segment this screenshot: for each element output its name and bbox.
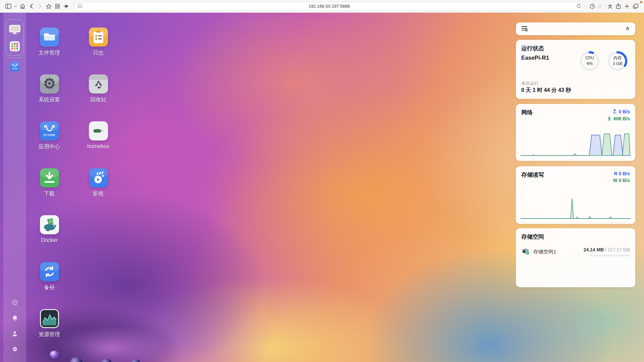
memory-value: 3 GB (613, 61, 623, 67)
app-store-icon: STORE (40, 121, 59, 140)
volume-total: 117.17 GB (608, 247, 630, 252)
dock: STORE (3, 13, 26, 362)
write-rate: W 0 B/s (613, 178, 630, 183)
site-icon (78, 3, 82, 9)
app-label: 备份 (44, 284, 55, 291)
compass-icon[interactable] (12, 300, 18, 305)
upload-icon (612, 109, 617, 114)
app-label: 回收站 (90, 97, 106, 104)
app-label: 系统设置 (39, 97, 60, 104)
text-larger-icon[interactable] (606, 2, 614, 11)
svg-text:STORE: STORE (12, 68, 18, 70)
file-manager-icon (40, 27, 59, 47)
desktop-monitor-icon[interactable] (9, 24, 21, 35)
back-icon[interactable] (27, 2, 36, 11)
desktop-app-homebox[interactable]: homebox (74, 121, 123, 168)
desktop-app-downloads[interactable]: 下载 (25, 168, 74, 215)
dock-divider (7, 58, 22, 58)
desktop-app-logs[interactable]: 日志 (74, 27, 123, 74)
collapse-panel-icon[interactable] (625, 26, 630, 32)
volume-used: 24.14 MB (584, 247, 604, 252)
app-label: 下载 (44, 190, 55, 197)
app-label: 应用中心 (39, 143, 60, 150)
chevron-down-icon[interactable] (13, 2, 18, 11)
dock-store-icon[interactable]: STORE (10, 62, 19, 71)
uptime-value: 0 天 1 时 44 分 43 秒 (521, 87, 571, 94)
app-label: 资源管理 (39, 331, 60, 338)
network-chart (521, 129, 631, 158)
share-icon[interactable] (614, 2, 623, 11)
app-label: Docker (41, 237, 58, 243)
desktop-app-backup[interactable]: 备份 (25, 262, 74, 309)
settings-icon (40, 74, 59, 94)
gear-icon[interactable] (12, 346, 18, 352)
new-tab-icon[interactable] (623, 2, 631, 11)
logs-icon (89, 27, 108, 47)
widget-list-icon[interactable] (521, 25, 528, 33)
download-rate: 606 B/s (613, 116, 630, 121)
diskio-card: 存储读写 R 0 B/s W 0 B/s (516, 166, 635, 224)
recycle-bin-icon (89, 74, 108, 94)
dock-top-group (6, 19, 24, 56)
app-label: 文件管理 (39, 50, 60, 57)
home-icon[interactable] (18, 2, 27, 11)
app-label: 影视 (93, 190, 104, 197)
desktop-app-docker[interactable]: Docker (25, 215, 74, 262)
network-card: 网络 0 B/s (516, 104, 635, 161)
url-text: 192.168.50.197:5666 (75, 4, 584, 9)
diskio-chart (521, 192, 631, 221)
forward-icon[interactable] (36, 2, 44, 11)
volume-usage-bar (589, 255, 630, 256)
sidebar-toggle-icon[interactable] (4, 2, 13, 11)
desktop-app-app-store[interactable]: STORE 应用中心 (25, 121, 74, 168)
recording-indicator (640, 1, 642, 3)
docker-icon (40, 215, 59, 234)
desktop-app-settings[interactable]: 系统设置 (25, 74, 74, 121)
homebox-icon (89, 121, 108, 140)
upload-rate: 0 B/s (619, 109, 630, 114)
browser-toolbar: 192.168.50.197:5666 (0, 0, 644, 13)
reload-icon[interactable] (577, 3, 581, 9)
favorites-star-icon[interactable] (44, 2, 53, 11)
svg-text:STORE: STORE (43, 133, 55, 137)
toolbar-divider (605, 4, 605, 9)
resource-monitor-icon (40, 309, 59, 328)
cpu-label: CPU (585, 55, 594, 61)
app-label: homebox (87, 143, 109, 149)
desktop: STORE (0, 13, 644, 362)
storage-card: 存储空间 存储空间1 24.14 MB / 11 (516, 228, 635, 287)
read-rate: R 0 B/s (614, 171, 630, 176)
app-label: 日志 (93, 50, 104, 57)
widget-panel-header (516, 22, 635, 35)
cpu-gauge: CPU 6% (579, 51, 600, 71)
desktop-grid: 文件管理 系统设置 STORE 应用中心 下载 Docker 备份 资源管理 日… (25, 27, 123, 356)
volume-separator: / (605, 247, 606, 252)
storage-title: 存储空间 (521, 233, 630, 241)
memory-label: 内存 (613, 55, 622, 61)
storage-volume-row[interactable]: 存储空间1 24.14 MB / 117.17 GB (521, 247, 630, 257)
text-smaller-icon[interactable] (597, 2, 603, 11)
desktop-app-resource-monitor[interactable]: 资源管理 (25, 309, 74, 356)
memory-gauge: 内存 3 GB (607, 51, 628, 71)
history-clock-icon[interactable] (588, 2, 597, 11)
volume-name: 存储空间1 (533, 249, 556, 255)
downloads-icon (40, 168, 59, 187)
desktop-app-recycle-bin[interactable]: 回收站 (74, 74, 123, 121)
volume-disk-icon (521, 247, 530, 257)
diskio-title: 存储读写 (521, 171, 544, 179)
tabs-overview-icon[interactable] (631, 2, 640, 11)
bell-icon[interactable] (12, 315, 18, 321)
download-icon (607, 116, 611, 121)
tab-grid-icon[interactable] (53, 2, 62, 11)
backup-icon (40, 262, 59, 281)
address-bar[interactable]: 192.168.50.197:5666 (74, 2, 584, 11)
uptime-label: 本次运行 (521, 80, 539, 86)
dock-bottom-group (3, 300, 26, 352)
cpu-value: 6% (587, 61, 593, 67)
app-launcher-grid-icon[interactable] (10, 41, 20, 51)
desktop-app-movies[interactable]: 影视 (74, 168, 123, 215)
status-card: 运行状态 EasePi-R1 CPU 6% 内存 (516, 40, 635, 99)
extension-icon[interactable] (62, 2, 70, 11)
desktop-app-file-manager[interactable]: 文件管理 (25, 27, 74, 74)
user-icon[interactable] (12, 331, 17, 337)
